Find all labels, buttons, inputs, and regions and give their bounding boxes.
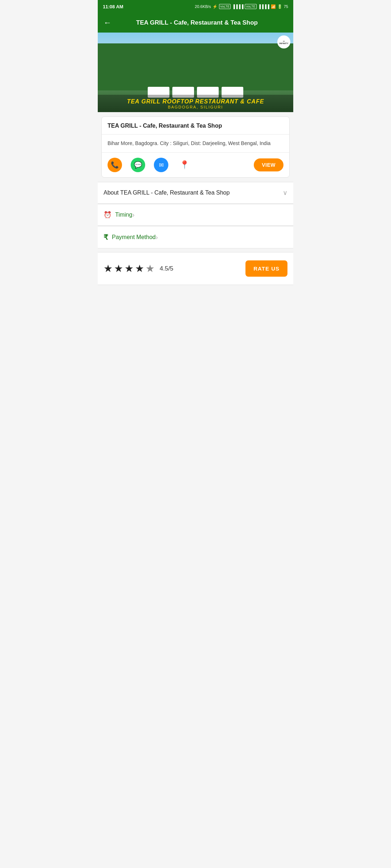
business-address: Bihar More, Bagdogra. City : Siliguri, D… [102, 135, 289, 153]
stars-container: ★ ★ ★ ★ ★ 4.5/5 [104, 263, 173, 275]
payment-section-row[interactable]: ₹ Payment Method › [98, 226, 293, 248]
restaurant-scene: ∞ INFINITY Tea Grill Rooftop Restaurant … [98, 33, 293, 112]
volte-icon: VoLTE [219, 4, 231, 9]
hero-overlay: Tea Grill Rooftop Restaurant & Cafe Bagd… [98, 95, 293, 112]
infinity-badge: ∞ INFINITY [277, 35, 290, 48]
volte-icon-2: VoLTE [245, 4, 256, 9]
rating-section: ★ ★ ★ ★ ★ 4.5/5 RATE US [98, 252, 293, 285]
rate-us-button[interactable]: RATE US [245, 260, 287, 277]
signal-bars-1: ▐▐▐▐ [232, 4, 243, 9]
hero-title: Tea Grill Rooftop Restaurant & Cafe [101, 98, 290, 105]
timing-label: Timing [115, 212, 132, 218]
phone-icon: 📞 [111, 161, 119, 169]
whatsapp-button[interactable]: 💬 [131, 158, 145, 172]
business-name: TEA GRILL - Cafe, Restaurant & Tea Shop [102, 117, 289, 135]
app-bar: ← TEA GRILL - Cafe, Restaurant & Tea Sho… [98, 13, 293, 33]
back-button[interactable]: ← [104, 18, 112, 27]
status-icons: 20.6KB/s ⚡ VoLTE ▐▐▐▐ VoLTE ▐▐▐▐ 📶 🔋 75 [195, 4, 288, 9]
battery-icon: 🔋 [277, 4, 282, 9]
timing-chevron-icon: › [132, 211, 134, 219]
map-button[interactable]: 📍 [177, 158, 192, 172]
app-bar-title: TEA GRILL - Cafe, Restaurant & Tea Shop [117, 19, 277, 26]
about-section-row[interactable]: About TEA GRILL - Cafe, Restaurant & Tea… [98, 182, 293, 204]
about-label: About TEA GRILL - Cafe, Restaurant & Tea… [104, 190, 283, 196]
hero-image: ∞ INFINITY Tea Grill Rooftop Restaurant … [98, 33, 293, 112]
star-5-half: ★ [146, 263, 155, 275]
hero-back-wall [98, 43, 293, 90]
phone-button[interactable]: 📞 [108, 158, 122, 172]
view-button[interactable]: VIEW [254, 158, 283, 171]
payment-icon: ₹ [104, 233, 108, 242]
wifi-icon: 📶 [271, 4, 276, 9]
star-3: ★ [125, 263, 134, 275]
whatsapp-icon: 💬 [134, 161, 142, 169]
status-bar: 11:08 AM 20.6KB/s ⚡ VoLTE ▐▐▐▐ VoLTE ▐▐▐… [98, 0, 293, 13]
star-1: ★ [104, 263, 113, 275]
map-pin-icon: 📍 [180, 160, 189, 170]
infinity-text: ∞ [283, 40, 285, 42]
action-buttons: 📞 💬 ✉ 📍 VIEW [102, 153, 289, 177]
about-chevron-icon: ∨ [283, 189, 287, 197]
network-speed: 20.6KB/s [195, 4, 211, 9]
email-button[interactable]: ✉ [154, 158, 168, 172]
battery-level: 75 [284, 4, 288, 9]
info-card: TEA GRILL - Cafe, Restaurant & Tea Shop … [101, 116, 290, 178]
bluetooth-icon: ⚡ [213, 4, 218, 9]
payment-label: Payment Method [112, 234, 156, 241]
status-time: 11:08 AM [103, 4, 123, 9]
timing-section-row[interactable]: ⏰ Timing › [98, 204, 293, 226]
timing-icon: ⏰ [104, 211, 112, 219]
signal-bars-2: ▐▐▐▐ [258, 4, 269, 9]
star-2: ★ [114, 263, 123, 275]
email-icon: ✉ [159, 162, 164, 169]
star-4: ★ [135, 263, 144, 275]
payment-chevron-icon: › [156, 234, 158, 241]
rating-value: 4.5/5 [160, 265, 173, 272]
hero-subtitle: Bagdogra, Siliguri [101, 105, 290, 109]
